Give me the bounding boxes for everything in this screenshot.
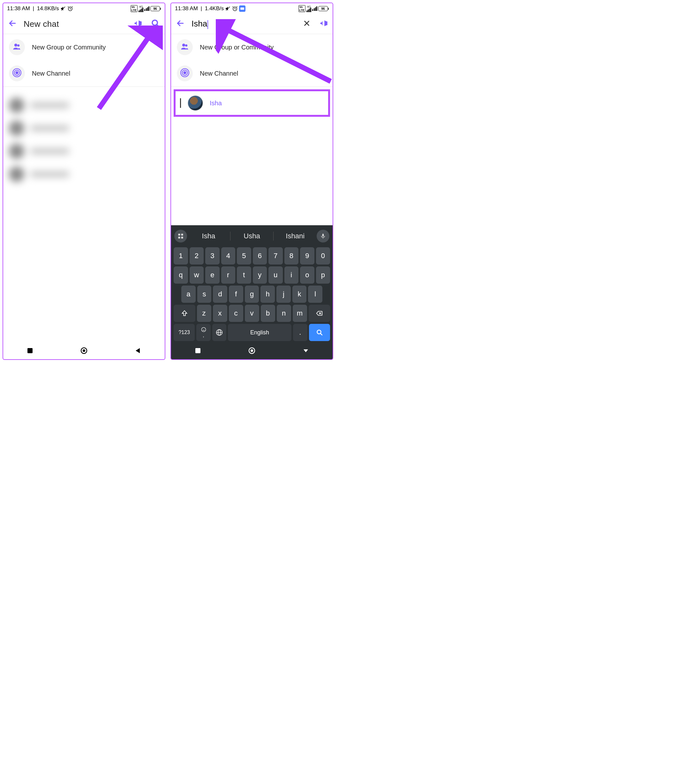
contact-name: Isha [210, 100, 222, 107]
key[interactable]: p [316, 266, 330, 284]
key[interactable]: d [213, 286, 227, 303]
android-nav-bar [171, 343, 333, 359]
svg-point-15 [182, 44, 185, 46]
key[interactable]: e [205, 266, 220, 284]
key[interactable]: f [229, 286, 243, 303]
key[interactable]: a [181, 286, 196, 303]
suggestion[interactable]: Usha [232, 232, 272, 240]
svg-rect-21 [179, 234, 180, 236]
back-icon[interactable] [8, 19, 17, 29]
backspace-key[interactable] [309, 305, 330, 322]
megaphone-icon[interactable] [134, 19, 142, 29]
key[interactable]: 1 [174, 247, 188, 264]
nav-back-icon[interactable] [135, 347, 141, 355]
key[interactable]: r [221, 266, 236, 284]
emoji-key[interactable]: , [196, 324, 210, 341]
suggestion[interactable]: Ishani [275, 232, 316, 240]
menu-label: New Channel [32, 70, 70, 77]
key[interactable]: 3 [205, 247, 220, 264]
nav-home-icon[interactable] [80, 347, 88, 356]
key[interactable]: 0 [316, 247, 330, 264]
nav-recent-icon[interactable] [195, 347, 201, 355]
menu-new-group[interactable]: New Group or Community [3, 34, 165, 60]
alarm-icon [232, 6, 238, 11]
key-row-numbers: 1234567890 [172, 246, 331, 266]
status-time: 11:38 AM [175, 5, 198, 12]
search-result-row[interactable]: Isha [174, 89, 330, 117]
key[interactable]: c [229, 305, 243, 322]
key[interactable]: n [277, 305, 291, 322]
key[interactable]: j [276, 286, 291, 303]
symbols-key[interactable]: ?123 [174, 324, 195, 341]
svg-point-11 [83, 349, 85, 352]
search-key[interactable] [309, 324, 330, 341]
svg-point-5 [16, 72, 18, 74]
key[interactable]: b [261, 305, 275, 322]
app-bar: New chat [3, 13, 165, 34]
key[interactable]: v [245, 305, 259, 322]
svg-point-16 [185, 45, 187, 46]
search-icon[interactable] [151, 19, 160, 29]
shift-key[interactable] [174, 305, 195, 322]
megaphone-icon[interactable] [319, 19, 328, 29]
key[interactable]: q [174, 266, 188, 284]
key[interactable]: m [293, 305, 307, 322]
suggestion[interactable]: Isha [188, 232, 229, 240]
key[interactable]: z [197, 305, 211, 322]
key[interactable]: g [245, 286, 259, 303]
battery-icon: 96 [318, 6, 329, 11]
menu-new-group[interactable]: New Group or Community [171, 34, 333, 60]
key[interactable]: k [292, 286, 307, 303]
key-row-zxcv: zxcvbnm [172, 304, 331, 323]
signal-4g-icon: 4G [306, 5, 311, 12]
nav-home-icon[interactable] [248, 347, 256, 356]
key[interactable]: 6 [253, 247, 267, 264]
nav-recent-icon[interactable] [27, 347, 33, 355]
key[interactable]: s [197, 286, 212, 303]
key[interactable]: x [213, 305, 227, 322]
svg-point-3 [14, 44, 17, 46]
volte-icon: VoLTE [131, 5, 137, 12]
svg-rect-25 [322, 234, 324, 237]
search-input[interactable]: Isha [191, 19, 296, 29]
contact-avatar [187, 95, 203, 111]
svg-point-17 [184, 72, 186, 74]
key[interactable]: 4 [221, 247, 236, 264]
key[interactable]: 9 [300, 247, 314, 264]
screenshot-left: 11:38 AM | 14.8KB/s VoLTE 4G 96 New chat… [3, 3, 165, 360]
key[interactable]: 5 [237, 247, 251, 264]
key[interactable]: l [308, 286, 322, 303]
key[interactable]: h [260, 286, 275, 303]
mic-icon[interactable] [317, 230, 329, 242]
key[interactable]: 7 [268, 247, 283, 264]
svg-rect-9 [27, 348, 33, 353]
alarm-icon [67, 6, 73, 11]
key[interactable]: i [284, 266, 299, 284]
period-key[interactable]: . [293, 324, 307, 341]
svg-point-32 [250, 349, 253, 352]
key-row-asdf: asdfghjkl [172, 285, 331, 304]
silent-icon [60, 6, 66, 11]
nav-keyboard-down-icon[interactable] [303, 347, 309, 355]
group-icon [180, 42, 189, 53]
page-title: New chat [24, 19, 127, 29]
status-net-speed: 14.8KB/s [37, 5, 59, 12]
menu-label: New Group or Community [200, 44, 274, 51]
key[interactable]: o [300, 266, 314, 284]
key[interactable]: y [253, 266, 267, 284]
key[interactable]: w [190, 266, 204, 284]
key[interactable]: 2 [190, 247, 204, 264]
group-icon [13, 42, 21, 53]
key[interactable]: t [237, 266, 251, 284]
back-icon[interactable] [175, 19, 185, 29]
menu-new-channel[interactable]: New Channel [3, 60, 165, 86]
key[interactable]: 8 [284, 247, 299, 264]
clipboard-icon[interactable] [174, 230, 187, 242]
language-key[interactable] [212, 324, 226, 341]
clear-icon[interactable] [303, 19, 311, 29]
keyboard-badge-icon [239, 5, 246, 12]
menu-new-channel[interactable]: New Channel [171, 60, 333, 86]
status-bar: 11:38 AM | 1.4KB/s VoLTE 4G 96 [171, 3, 333, 13]
space-key[interactable]: English [228, 324, 292, 341]
key[interactable]: u [268, 266, 283, 284]
